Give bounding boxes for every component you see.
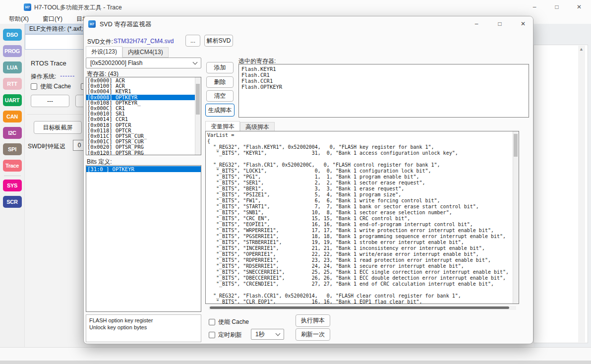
dialog-titlebar: H7 SVD 寄存器监视器 – □ ✕ [84,16,533,31]
window-title: H7-TOOL多功能开发工具 - Trace [34,3,122,12]
refresh-once-button[interactable]: 刷新一次 [296,328,330,341]
tab-peripheral[interactable]: 外设(123) [86,46,122,58]
register-list-item[interactable]: [0x0014] CCR1 [86,117,201,122]
close-button[interactable]: ✕ [568,0,590,14]
add-button[interactable]: 添加 [206,62,234,73]
group-separator [27,114,83,115]
sidebar-item[interactable]: SPI [3,143,22,155]
svd-register-monitor-dialog: H7 SVD 寄存器监视器 – □ ✕ SVD文件: STM32H747_CM4… [83,16,533,344]
delete-button[interactable]: 删除 [206,76,234,88]
chevron-down-icon [193,60,198,64]
sidebar-item[interactable]: SYS [3,180,22,191]
target-screenshot-button[interactable]: 目标板截屏 [34,121,82,134]
dialog-icon: H7 [88,20,96,28]
selected-registers-box[interactable]: Flash.KEYR1 Flash.CR1 Flash.CCR1 Flash.O… [238,64,529,118]
script-text: VarList = { "_REG32", "Flash.KEYR1", 0x5… [207,132,509,304]
sidebar-item[interactable]: I2C [3,127,22,139]
right-scrollbar[interactable] [578,46,585,342]
svd-file-label: SVD文件: [87,38,113,46]
browse-button[interactable]: ... [185,35,200,47]
enable-cache-label: 使能 Cache [40,82,71,91]
os-value: ------ [60,72,75,81]
sidebar-item[interactable]: Trace [3,160,22,172]
timer-refresh-label: 定时刷新 [218,331,242,339]
sidebar-item[interactable]: RTT [3,78,22,90]
sidebar-separator [4,176,21,176]
main-window: H7 H7-TOOL多功能开发工具 - Trace – □ ✕ 帮助(X)窗口(… [0,0,591,364]
clear-button[interactable]: 清空 [206,90,234,102]
register-list-item[interactable]: [0x0020] OPTSR_PRG [86,144,201,150]
dialog-close-button[interactable]: ✕ [512,16,533,31]
sidebar-item[interactable]: CAN [3,111,22,122]
sidebar-item[interactable]: LUA [3,61,22,73]
os-label: 操作系统: [31,72,56,81]
register-list-scroll-thumb[interactable] [196,84,200,115]
os-row: 操作系统: ------ [31,72,75,81]
peripheral-select[interactable]: [0x52002000] Flash [86,58,201,68]
dots-button[interactable]: --- [31,95,69,107]
rtos-trace-title: RTOS Trace [31,60,66,67]
script-horizontal-scrollbar[interactable] [209,306,516,310]
run-script-button[interactable]: 执行脚本 [296,314,330,327]
minimize-button[interactable]: – [524,0,545,14]
dialog-title: SVD 寄存器监视器 [100,20,151,29]
bits-list: [31:0 ] OPTKEYR [86,165,201,312]
scroll-up-icon[interactable]: ▲ [579,47,584,52]
sidebar-item[interactable]: PROG [3,45,22,57]
interval-select[interactable]: 1秒 [251,329,284,340]
enable-cache-checkbox[interactable] [31,83,37,90]
dialog-cache-row: 使能 Cache [209,318,249,326]
dialog-minimize-button[interactable]: – [466,16,487,31]
svd-file-value: STM32H747_CM4.svd [114,38,174,45]
bits-list-item[interactable]: [31:0 ] OPTKEYR [86,166,201,172]
script-horizontal-scroll-thumb[interactable] [210,306,509,309]
interval-select-value: 1秒 [255,330,265,339]
peripheral-select-value: [0x52002000] Flash [90,60,142,66]
timer-refresh-checkbox[interactable] [209,332,215,338]
main-titlebar: H7 H7-TOOL多功能开发工具 - Trace – □ ✕ [0,0,591,14]
register-list: [0x0000] ACR[0x0100] ACR_[0x0004] KEYR1[… [86,77,201,155]
sidebar-item[interactable]: SCR [3,196,22,208]
generate-script-button[interactable]: 生成脚本 [205,104,235,117]
dialog-cache-checkbox[interactable] [209,319,215,325]
sidebar-item[interactable]: UART [3,94,22,106]
statusbar: USB (HID) #01 IP (192.168.0.101) 检查更新 版本… [0,347,591,361]
maximize-button[interactable]: □ [546,0,568,14]
menu-item[interactable]: 窗口(Y) [38,14,67,24]
script-editor[interactable]: VarList = { "_REG32", "Flash.KEYR1", 0x5… [205,131,519,304]
peripheral-tabs: 外设(123)内核CM4(13) [86,46,169,58]
register-list-item[interactable]: [0x0120] OPTSR_PRG [86,150,201,155]
sidebar: DSOPROGLUARTTUARTCANI2CSPITraceSYSSCR [0,24,25,347]
app-icon: H7 [24,3,31,11]
script-vertical-scroll-thumb[interactable] [514,134,518,157]
menu-item[interactable]: 帮助(X) [4,14,34,24]
dialog-maximize-button[interactable]: □ [489,16,511,31]
enable-cache-row: 使能 Cache [31,82,71,91]
register-list-item[interactable]: [0x0004] KEYR1 [86,89,201,94]
parse-svd-button[interactable]: 解析SVD [204,35,233,47]
chevron-down-icon [276,331,281,336]
sidebar-item[interactable]: DSO [3,29,22,41]
script-vertical-scrollbar[interactable] [513,131,519,303]
swd-delay-label: SWD时钟延迟 [28,142,65,151]
window-bottom-edge [0,361,591,364]
dialog-cache-label: 使能 Cache [218,318,249,326]
register-description: FLASH option key register Unlock key opt… [86,314,201,342]
timer-refresh-row: 定时刷新 [209,331,242,339]
tab-peripheral[interactable]: 内核CM4(13) [122,47,169,58]
